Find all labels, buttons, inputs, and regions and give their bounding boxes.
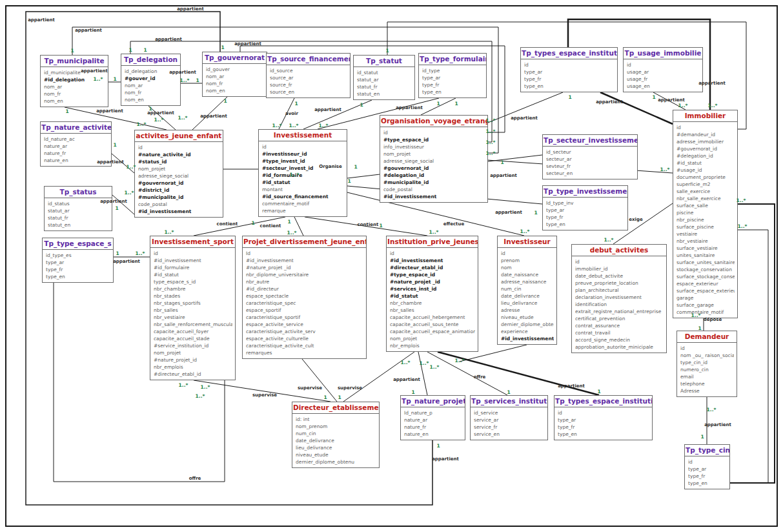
entity-field: surface_espace_exterieur	[676, 287, 735, 294]
entity-tp_nature_projet[interactable]: Tp_nature_projetId_nature_pnature_arnatu…	[400, 395, 465, 440]
cardinality-label: 1..*	[520, 229, 530, 234]
cardinality-label: 1	[323, 394, 327, 400]
entity-tp_source_financement[interactable]: Tp_source_financementid_sourcesource_ars…	[266, 53, 351, 98]
entity-field: sevteur_fr	[546, 163, 635, 170]
entity-field: source_fr	[270, 81, 347, 88]
entity-title: Organisation_voyage_etranger	[380, 116, 487, 127]
entity-field: nom_en	[125, 96, 178, 103]
cardinality-label: 1..*	[179, 382, 188, 388]
entity-field: adresse_siege_social	[383, 158, 485, 165]
entity-tp_statut[interactable]: Tp_statutid_statutstatut_arstatut_frstat…	[353, 55, 415, 100]
entity-field: #municipalite_id	[138, 194, 220, 201]
entity-field: type_fr	[46, 266, 110, 273]
cardinality-label: 1..*	[486, 139, 496, 145]
entity-field: #id_formulaire	[154, 264, 232, 271]
relation-label: effectue	[443, 221, 464, 227]
relation-label: contient	[217, 221, 238, 227]
entity-field: id	[558, 409, 649, 416]
entity-tp_services_institution[interactable]: Tp_services_institutionid_serviceservice…	[470, 395, 548, 440]
entity-field: nbr_chambre	[154, 285, 232, 292]
entity-field: usage_ar	[627, 68, 700, 76]
entity-field: espace_activite_service	[246, 321, 363, 328]
relation-label: dépose	[704, 317, 722, 322]
entity-field: type_fr	[558, 424, 649, 431]
entity-tp_type_cin[interactable]: Tp_type_cinidtype_artype_frtype_en	[684, 444, 730, 489]
entity-directeur_etablissement[interactable]: Directeur_etablissementid: intnom_prenom…	[292, 402, 380, 468]
entity-field: Id	[246, 250, 363, 257]
entity-field: #usage_id	[676, 167, 735, 174]
entity-field: lieu_delivrance	[296, 444, 376, 451]
entity-field: #id_statut	[154, 271, 232, 278]
entity-field: espace_activite_culturelle	[246, 335, 363, 342]
entity-field: nbr_vestiaire	[154, 314, 232, 321]
cardinality-label: 1..*	[137, 121, 147, 127]
entity-tp_usage_immobilie[interactable]: Tp_usage_immobilieidusage_arusage_frusag…	[623, 47, 703, 92]
entity-investissement[interactable]: Investissementid#investisseur_id#type_in…	[258, 129, 347, 217]
entity-projet_divertissement_jeune_enfant[interactable]: Projet_divertissement_jeune_enfantId#id_…	[242, 236, 367, 359]
entity-immobilier[interactable]: Immobilierid#demandeur_idadresse_immobil…	[673, 110, 738, 318]
entity-title: Projet_divertissement_jeune_enfant	[243, 236, 366, 248]
entity-tp_gouvernorat[interactable]: Tp_gouvernoratid_gouvernom_arnom_frnom_e…	[202, 52, 267, 97]
relation-label: offre	[189, 476, 201, 481]
relation-label: appartient	[155, 37, 182, 42]
cardinality-label: 1	[534, 210, 537, 216]
entity-debut_activites[interactable]: debut_activitesidimmobilier_iddate_debut…	[571, 244, 667, 353]
entity-field: nbr_salle_renforcement_musculaire	[154, 321, 232, 328]
cardinality-label: 1..*	[290, 172, 300, 178]
entity-field: id	[383, 129, 485, 136]
cardinality-label: 1	[379, 223, 382, 229]
entity-investisseur[interactable]: Investisseuridprenomnomdate_naissanceadr…	[497, 236, 557, 345]
entity-tp_delegation[interactable]: Tp_delegationid_delegation#gouver_idnom_…	[121, 54, 181, 106]
entity-institution_prive_jeunesse[interactable]: Institution_prive_jeunesseid#id_investis…	[386, 236, 478, 352]
entity-field: usage_fr	[627, 76, 700, 83]
entity-tp_types_espace_institution_top[interactable]: Tp_types_espace_institutionidtype_artype…	[520, 47, 618, 92]
entity-organisation_voyage_etranger[interactable]: Organisation_voyage_etrangerid#type_espa…	[380, 115, 488, 203]
entity-field-list: id_gouvernom_arnom_frnom_en	[203, 64, 267, 96]
relation-label: supervise	[252, 393, 277, 398]
cardinality-label: 1	[411, 389, 414, 395]
entity-tp_types_espace_institution_bottom[interactable]: Tp_types_espace_institutionidtype_artype…	[554, 395, 653, 440]
entity-field: #gouvernorat_id	[676, 145, 735, 152]
cardinality-label: 1	[143, 47, 147, 53]
entity-activites_jeune_enfant[interactable]: activites_jeune_enfantid#nature_activite…	[134, 130, 223, 218]
entity-field: nbr_salle_exercice	[676, 195, 735, 202]
entity-field: type_ar	[688, 466, 727, 473]
cardinality-label: 1	[287, 219, 290, 225]
entity-field: #nature_activite_id	[138, 151, 220, 158]
cardinality-label: 1..*	[678, 103, 688, 108]
entity-tp_status[interactable]: Tp_statusid_statusstatut_arstatut_frstat…	[44, 186, 112, 231]
cardinality-label: 1	[70, 48, 74, 54]
entity-field: nom_projet	[138, 165, 220, 172]
entity-tp_type_investissement[interactable]: Tp_type_investissementId_type_invtype_ar…	[542, 185, 628, 230]
entity-field: Adresse	[680, 387, 734, 394]
entity-demandeur[interactable]: Demandeuridnom _ou_ raison_socialetype_c…	[676, 331, 737, 397]
entity-tp_secteur_investissement[interactable]: Tp_secteur_investissementid_secteursecte…	[542, 134, 638, 179]
entity-field: #id_source_financement	[262, 193, 344, 200]
entity-investissement_sport[interactable]: Investissement_sportid#id_investissement…	[150, 236, 236, 380]
entity-field: type_en	[558, 431, 649, 438]
relationship-line	[194, 380, 330, 402]
relation-label: appartient	[396, 105, 423, 110]
cardinality-label: 1	[436, 443, 440, 449]
entity-field: nbr_stages_sportifs	[154, 300, 232, 307]
cardinality-label: 1..*	[154, 117, 164, 123]
entity-field: nbr_diplome_universitaire	[246, 271, 363, 278]
entity-field: nom_ar	[44, 83, 105, 90]
entity-field: stockage_conservation	[676, 266, 735, 273]
cardinality-label: 1	[454, 101, 458, 107]
cardinality-label: 1..*	[486, 150, 496, 156]
entity-tp_type_espace_s[interactable]: Tp_type_espace_sid_type_estype_artype_fr…	[42, 238, 114, 283]
entity-field-list: Id_type_invtype_artype_frtype_en	[543, 198, 627, 230]
entity-field-list: idimmobilier_iddate_debut_activitepreuve…	[572, 256, 666, 353]
entity-field: nom_prenom	[296, 423, 376, 430]
relation-label: appartient	[234, 41, 261, 46]
entity-field: identification	[575, 301, 664, 308]
entity-title: Immobilier	[673, 110, 737, 122]
entity-field: dernier_diplome_obtenu	[501, 321, 554, 328]
cardinality-label: 1	[500, 159, 503, 165]
entity-field: unites_sanitaire	[676, 252, 735, 259]
entity-field: date_delivrance	[501, 292, 554, 300]
entity-tp_type_formulaire[interactable]: Tp_type_formulaireid_typetype_artype_frt…	[418, 53, 487, 98]
entity-field: #demandeur_id	[676, 131, 735, 138]
entity-field: montant	[262, 186, 344, 193]
